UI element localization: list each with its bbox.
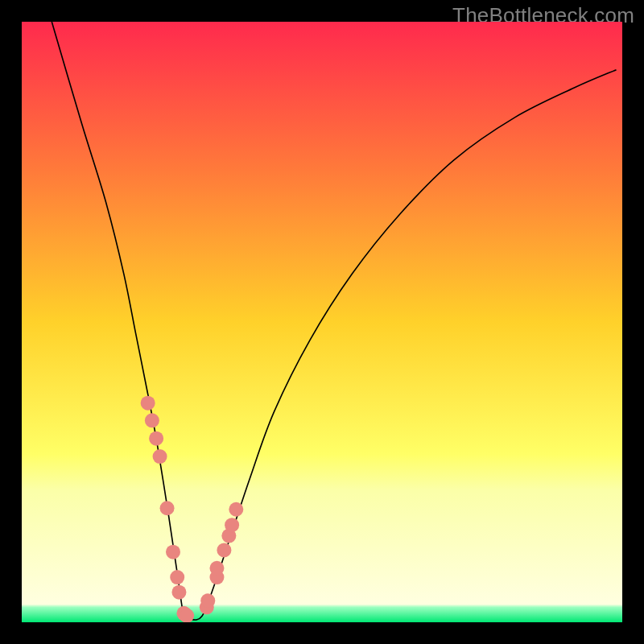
- marker-dot: [153, 449, 167, 464]
- marker-dot: [209, 561, 224, 576]
- gradient-background: [22, 22, 622, 622]
- marker-dot: [171, 585, 186, 600]
- marker-dot: [229, 502, 243, 517]
- marker-dot: [217, 543, 231, 557]
- outer-frame: TheBottleneck.com: [0, 0, 644, 644]
- marker-dot: [225, 518, 239, 532]
- marker-dot: [145, 413, 159, 427]
- marker-dot: [166, 545, 180, 559]
- marker-dot: [160, 501, 175, 515]
- marker-dot: [170, 570, 184, 584]
- marker-dot: [149, 431, 163, 446]
- marker-dot: [200, 593, 215, 608]
- marker-dot: [180, 609, 194, 622]
- bottleneck-chart: [22, 22, 622, 622]
- marker-dot: [141, 396, 155, 411]
